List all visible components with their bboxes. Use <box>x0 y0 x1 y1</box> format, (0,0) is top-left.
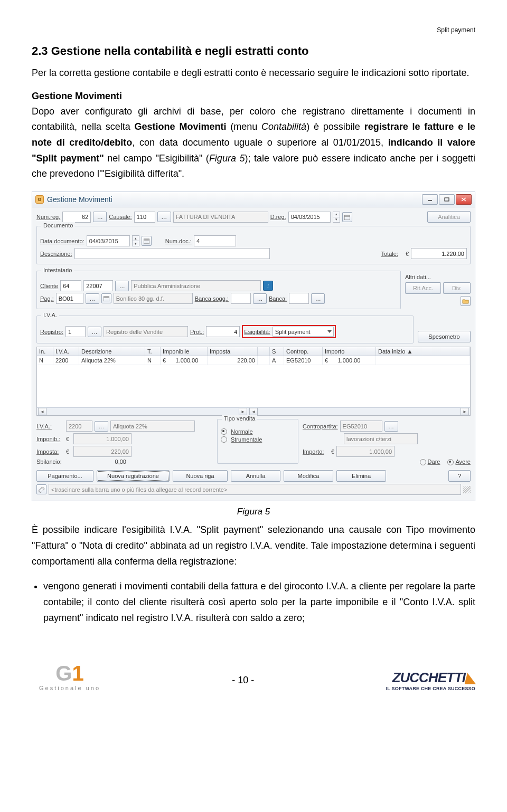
scroll-left-icon[interactable]: ◄ <box>249 408 258 415</box>
scroll-right-icon[interactable]: ► <box>461 408 469 415</box>
numreg-lookup[interactable]: … <box>93 212 107 222</box>
registro-code[interactable]: 1 <box>65 326 86 337</box>
totale-input[interactable]: 1.220,00 <box>411 248 467 259</box>
elimina-button[interactable]: Elimina <box>336 470 386 482</box>
left-scrollbar[interactable]: ◄ ► <box>37 407 248 415</box>
dreg-label: D.reg. <box>270 214 286 220</box>
radio-avere[interactable] <box>447 459 454 465</box>
svg-rect-10 <box>104 297 109 301</box>
intro-paragraph: Per la corretta gestione contabile e deg… <box>32 65 475 81</box>
radio-normale[interactable] <box>221 428 227 435</box>
cliente-label: Cliente <box>40 283 58 289</box>
dreg-spinner[interactable]: ▲▼ <box>333 212 340 223</box>
datadoc-input[interactable]: 04/03/2015 <box>87 235 130 246</box>
descr-input[interactable] <box>74 248 270 259</box>
folder-icon[interactable] <box>461 296 471 306</box>
right-scrollbar[interactable]: ◄ ► <box>248 407 470 415</box>
gh-s: S <box>270 347 284 356</box>
scroll-left-icon[interactable]: ◄ <box>38 408 46 415</box>
pag-code[interactable]: BO01 <box>56 293 83 304</box>
calendar-icon[interactable] <box>342 212 352 222</box>
numdoc-input[interactable]: 4 <box>194 235 236 246</box>
esig-select[interactable]: Split payment <box>273 327 334 337</box>
ritacc-button[interactable]: Rit.Acc. <box>405 282 441 294</box>
spesometro-button[interactable]: Spesometro <box>418 331 471 342</box>
banca-input[interactable] <box>289 293 309 304</box>
dragbar[interactable]: <trascinare sulla barra uno o più files … <box>49 484 461 495</box>
iva-lookup[interactable]: … <box>95 421 108 432</box>
controp-code[interactable]: EG52010 <box>340 421 382 432</box>
close-button[interactable] <box>456 194 472 205</box>
imponib-label: Imponib.: <box>36 436 64 442</box>
importo-input[interactable]: 1.000,00 <box>336 446 395 457</box>
dreg-input[interactable]: 04/03/2015 <box>288 212 331 223</box>
controp-desc: lavorazioni c/terzi <box>344 433 418 444</box>
gh-t: T. <box>145 347 161 356</box>
grid-row[interactable]: N 2200 Aliquota 22% N € 1.000,00 220,00 … <box>37 356 470 365</box>
banca-lookup[interactable]: … <box>311 293 325 304</box>
altri-dati-label: Altri dati... <box>405 274 471 280</box>
numdoc-label: Num.doc.: <box>165 238 192 244</box>
header-context: Split payment <box>32 26 475 34</box>
registro-lookup[interactable]: … <box>88 327 101 337</box>
imponib-input[interactable]: 1.000,00 <box>73 433 132 444</box>
cliente-code[interactable]: 64 <box>60 280 81 291</box>
modifica-button[interactable]: Modifica <box>284 470 333 482</box>
gh-datainiz: Data inizio ▲ <box>376 347 470 356</box>
intestatario-group: Intestatario Cliente 64 22007 … Pubblica… <box>36 271 401 309</box>
imposta-label: Imposta: <box>36 448 64 455</box>
numreg-label: Num.reg. <box>36 214 60 220</box>
minimize-button[interactable] <box>422 194 438 205</box>
iva-desc: Aliquota 22% <box>110 421 195 432</box>
cliente-sub[interactable]: 22007 <box>83 280 113 291</box>
section-title: 2.3 Gestione nella contabilità e negli e… <box>32 44 475 58</box>
scroll-right-icon[interactable]: ► <box>239 408 247 415</box>
iva-group: I.V.A. Registro: 1 … Registro delle Vend… <box>36 316 414 343</box>
paragraph-3: È possibile indicare l'esigibilità I.V.A… <box>32 522 475 569</box>
nuova-reg-button[interactable]: Nuova registrazione <box>97 470 170 482</box>
numreg-input[interactable]: 62 <box>62 212 91 223</box>
prot-input[interactable]: 4 <box>206 326 240 337</box>
app-icon: G <box>35 195 44 204</box>
resize-grip-icon[interactable] <box>463 486 471 493</box>
iva-grid[interactable]: In. I.V.A. Descrizione T. Imponibile Imp… <box>36 347 471 416</box>
help-button[interactable]: ? <box>448 470 471 482</box>
pag-lookup[interactable]: … <box>86 293 99 304</box>
nuova-riga-button[interactable]: Nuova riga <box>173 470 228 482</box>
page-number: - 10 - <box>232 675 254 691</box>
iva-code[interactable]: 2200 <box>66 421 92 432</box>
list-item: vengono generati i movimenti contabili d… <box>43 579 475 626</box>
calendar-icon[interactable] <box>142 236 152 246</box>
causale-code-input[interactable]: 110 <box>134 212 155 223</box>
pag-desc: Bonifico 30 gg. d.f. <box>114 293 193 304</box>
radio-dare[interactable] <box>420 459 426 465</box>
descr-label: Descrizione: <box>40 251 72 257</box>
attachment-icon[interactable] <box>36 484 46 494</box>
bancasogg-input[interactable] <box>231 293 251 304</box>
radio-strumentale[interactable] <box>221 436 227 443</box>
calendar-icon[interactable] <box>101 293 111 303</box>
prot-label: Prot.: <box>190 329 204 335</box>
pagamento-button[interactable]: Pagamento... <box>36 470 93 482</box>
imposta-input[interactable]: 220,00 <box>73 446 132 457</box>
gh-impon: Imponibile <box>161 347 208 356</box>
datadoc-label: Data documento: <box>40 238 84 244</box>
documento-group: Documento Data documento: 04/03/2015 ▲▼ … <box>36 226 471 264</box>
sbilancio-value: 0,00 <box>73 458 126 465</box>
info-icon[interactable]: i <box>263 281 273 291</box>
banca-label: Banca: <box>269 295 287 302</box>
app-window: G Gestione Movimenti Num.reg. 62 … Causa… <box>32 192 475 501</box>
datadoc-spinner[interactable]: ▲▼ <box>132 235 139 246</box>
gh-desc: Descrizione <box>79 347 145 356</box>
controp-lookup[interactable]: … <box>384 421 398 432</box>
maximize-button[interactable] <box>439 194 455 205</box>
gh-iva: I.V.A. <box>53 347 79 356</box>
causale-label: Causale: <box>109 214 132 220</box>
causale-lookup[interactable]: … <box>157 212 171 222</box>
annulla-button[interactable]: Annulla <box>231 470 280 482</box>
analitica-button[interactable]: Analitica <box>427 211 471 223</box>
causale-desc: FATTURA DI VENDITA <box>173 212 268 223</box>
div-button[interactable]: Div. <box>443 282 471 294</box>
cliente-lookup[interactable]: … <box>115 281 129 291</box>
bancasogg-lookup[interactable]: … <box>253 293 267 304</box>
